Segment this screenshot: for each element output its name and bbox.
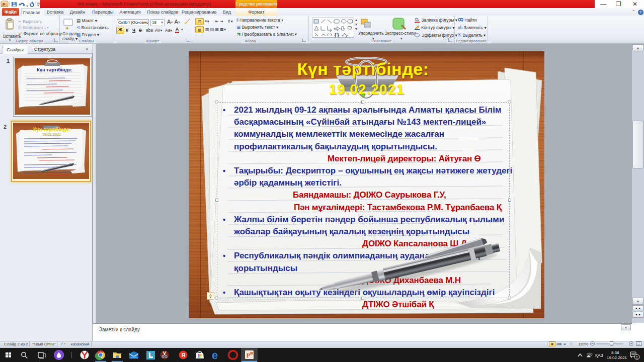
svg-text:{ }: { }	[335, 33, 339, 37]
svg-text:e: e	[212, 349, 218, 361]
svg-text:Я: Я	[182, 352, 186, 358]
svg-text:Күн тәртібінде:: Күн тәртібінде:	[37, 67, 72, 72]
svg-text:1: 1	[636, 355, 638, 359]
svg-text:P: P	[3, 2, 6, 7]
svg-text:ҚАЗ: ҚАЗ	[595, 353, 603, 358]
svg-text:19.02.2021: 19.02.2021	[42, 132, 61, 137]
svg-text:✦: ✦	[65, 25, 69, 31]
svg-text:P: P	[247, 351, 251, 359]
svg-text:Күн тәртібінде:: Күн тәртібінде:	[33, 127, 71, 132]
svg-text:19.02.2021: 19.02.2021	[607, 355, 627, 360]
svg-text:8:58: 8:58	[611, 350, 619, 355]
